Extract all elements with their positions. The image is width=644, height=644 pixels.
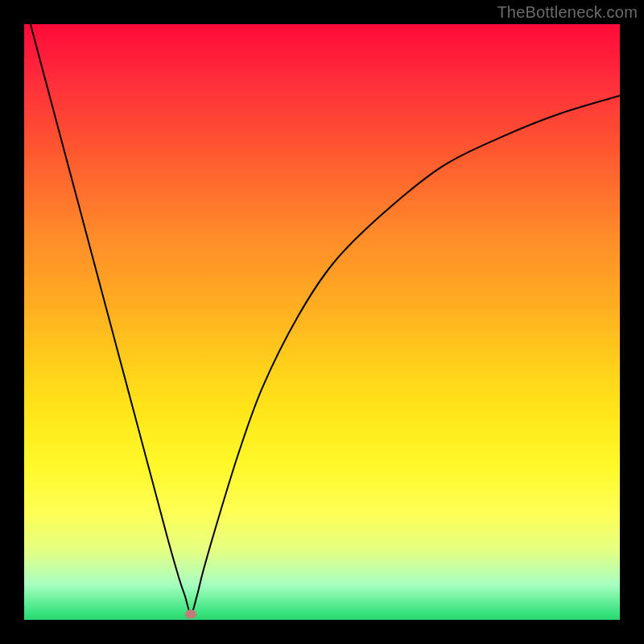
minimum-marker bbox=[185, 609, 196, 618]
chart-frame: TheBottleneck.com bbox=[0, 0, 644, 644]
watermark-text: TheBottleneck.com bbox=[497, 3, 638, 22]
bottleneck-curve bbox=[24, 24, 620, 620]
plot-area bbox=[24, 24, 620, 620]
